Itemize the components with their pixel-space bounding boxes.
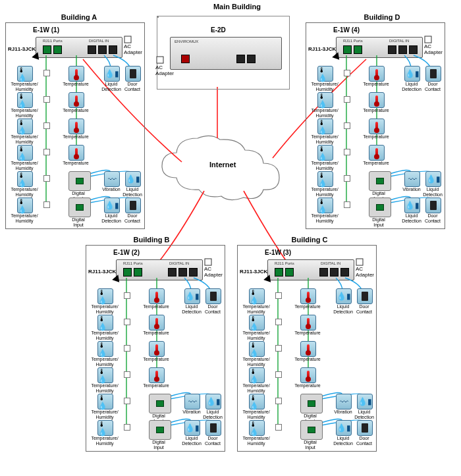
sensor-liq: 💧▮ xyxy=(404,198,420,213)
sensor-di xyxy=(68,198,91,217)
sensor-th-label: Temperature/Humidity xyxy=(240,383,273,394)
sensor-t-label: Temperature xyxy=(291,331,324,336)
device-d-label: E-1W (4) xyxy=(333,26,360,34)
sensor-th-label: Temperature/Humidity xyxy=(308,82,341,92)
junction xyxy=(43,70,50,76)
title-b: Building B xyxy=(119,236,184,244)
sensor-th-label: Temperature/Humidity xyxy=(8,187,41,198)
sensor-th-label: Temperature/Humidity xyxy=(88,436,121,446)
junction xyxy=(275,424,282,431)
sensor-th: 🌡💧 xyxy=(97,420,113,436)
sensor-di xyxy=(300,420,323,440)
sensor-th: 🌡💧 xyxy=(249,367,265,383)
sensor-t xyxy=(68,119,84,134)
svg-rect-1 xyxy=(124,36,131,43)
sensor-t-label: Temperature xyxy=(140,383,173,388)
sensor-door-label: DoorContact xyxy=(196,304,229,315)
sensor-t xyxy=(300,315,316,331)
sensor-t-label: Temperature xyxy=(140,357,173,362)
title-a: Building A xyxy=(46,13,112,21)
sensor-liq: 💧▮ xyxy=(336,288,352,304)
sensor-t-label: Temperature xyxy=(360,161,393,166)
sensor-liq: 💧▮ xyxy=(104,66,120,82)
sensor-t xyxy=(149,341,165,357)
sensor-vib: 〰 xyxy=(104,171,120,187)
junction xyxy=(43,149,50,155)
sensor-door-label: DoorContact xyxy=(348,304,381,315)
ac-main: AC Adapter xyxy=(155,55,174,76)
sensor-door xyxy=(425,198,441,213)
sensor-t-label: Temperature xyxy=(59,108,92,113)
junction xyxy=(344,70,350,76)
sensor-di xyxy=(149,394,171,413)
sensor-door xyxy=(205,420,221,436)
ac-b: AC Adapter xyxy=(204,258,223,278)
junction xyxy=(275,292,282,299)
sensor-th: 🌡💧 xyxy=(317,171,333,187)
sensor-t-label: Temperature xyxy=(360,82,393,87)
sensor-th: 🌡💧 xyxy=(317,198,333,213)
sensor-t xyxy=(369,66,385,82)
sensor-di xyxy=(149,420,171,440)
junction xyxy=(43,96,50,103)
junction xyxy=(344,175,350,182)
ac-c: AC Adapter xyxy=(356,258,374,278)
device-c-label: E-1W (3) xyxy=(265,249,291,256)
sensor-th: 🌡💧 xyxy=(97,394,113,410)
sensor-liq-label: LiquidDetection xyxy=(196,410,229,420)
sensor-di-label: DigitalInput xyxy=(294,440,327,450)
sensor-th: 🌡💧 xyxy=(17,145,33,161)
sensor-th: 🌡💧 xyxy=(17,66,33,82)
sensor-door xyxy=(125,198,141,213)
sensor-door-label: DoorContact xyxy=(416,213,449,224)
sensor-t-label: Temperature xyxy=(360,108,393,113)
junction xyxy=(275,398,282,404)
sensor-liq: 💧▮ xyxy=(425,171,441,187)
sensor-di-label: DigitalInput xyxy=(362,217,395,228)
junction xyxy=(344,96,350,103)
sensor-door xyxy=(357,288,373,304)
sensor-t xyxy=(68,66,84,82)
sensor-th-label: Temperature/Humidity xyxy=(8,213,41,224)
junction xyxy=(344,149,350,155)
rj11-label-c: RJ11-3JCK xyxy=(240,269,267,275)
sensor-th: 🌡💧 xyxy=(97,367,113,383)
sensor-t xyxy=(369,145,385,161)
sensor-t-label: Temperature xyxy=(59,134,92,140)
sensor-t-label: Temperature xyxy=(291,357,324,362)
ac-d: AC Adapter xyxy=(424,36,443,55)
sensor-th-label: Temperature/Humidity xyxy=(240,304,273,315)
device-b: RJ11 Ports DIGITAL IN xyxy=(116,259,203,280)
sensor-th: 🌡💧 xyxy=(249,341,265,357)
junction xyxy=(124,371,130,378)
sensor-liq: 💧▮ xyxy=(404,66,420,82)
sensor-th: 🌡💧 xyxy=(249,288,265,304)
sensor-th-label: Temperature/Humidity xyxy=(240,410,273,420)
sensor-t-label: Temperature xyxy=(291,383,324,388)
sensor-th-label: Temperature/Humidity xyxy=(8,134,41,145)
sensor-th-label: Temperature/Humidity xyxy=(240,357,273,367)
sensor-t-label: Temperature xyxy=(140,331,173,336)
ac-a: AC Adapter xyxy=(124,36,142,55)
junction xyxy=(124,292,130,299)
junction xyxy=(43,201,50,208)
sensor-t-label: Temperature xyxy=(140,304,173,309)
device-a: RJ11 Ports DIGITAL IN xyxy=(36,37,122,58)
sensor-liq: 💧▮ xyxy=(184,288,200,304)
sensor-vib: 〰 xyxy=(184,394,200,410)
sensor-th: 🌡💧 xyxy=(249,394,265,410)
svg-rect-2 xyxy=(425,36,431,43)
sensor-th: 🌡💧 xyxy=(317,66,333,82)
sensor-th: 🌡💧 xyxy=(317,119,333,134)
sensor-liq: 💧▮ xyxy=(125,171,141,187)
sensor-th-label: Temperature/Humidity xyxy=(8,108,41,119)
svg-rect-3 xyxy=(205,259,211,265)
sensor-th: 🌡💧 xyxy=(97,288,113,304)
junction xyxy=(275,371,282,378)
sensor-t xyxy=(300,341,316,357)
sensor-th-label: Temperature/Humidity xyxy=(240,331,273,341)
junction xyxy=(344,122,350,129)
sensor-th-label: Temperature/Humidity xyxy=(308,187,341,198)
sensor-di xyxy=(300,394,323,413)
sensor-t xyxy=(68,145,84,161)
